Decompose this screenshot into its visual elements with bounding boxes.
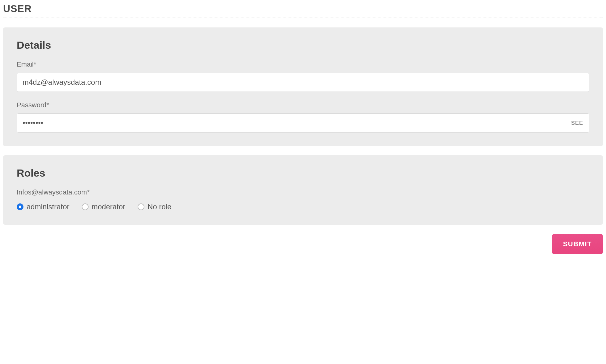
details-heading: Details [17, 39, 589, 51]
roles-heading: Roles [17, 167, 589, 179]
role-option-label: administrator [27, 202, 69, 211]
email-group: Email* [17, 60, 589, 92]
email-label: Email* [17, 60, 589, 68]
see-password-button[interactable]: SEE [571, 120, 583, 126]
roles-panel: Roles Infos@alwaysdata.com* administrato… [3, 155, 603, 225]
password-field[interactable] [17, 113, 589, 133]
actions-bar: SUBMIT [3, 234, 603, 254]
page-title: USER [3, 0, 603, 18]
radio-icon [138, 203, 144, 210]
roles-subheading: Infos@alwaysdata.com* [17, 188, 589, 196]
password-wrapper: SEE [17, 113, 589, 133]
details-panel: Details Email* Password* SEE [3, 27, 603, 146]
roles-radio-row: administrator moderator No role [17, 202, 589, 211]
role-option-administrator[interactable]: administrator [17, 202, 69, 211]
email-field[interactable] [17, 73, 589, 92]
role-option-no-role[interactable]: No role [138, 202, 171, 211]
password-group: Password* SEE [17, 101, 589, 133]
radio-icon [82, 203, 89, 210]
role-option-label: No role [147, 202, 171, 211]
submit-button[interactable]: SUBMIT [552, 234, 603, 254]
radio-icon [17, 203, 23, 210]
role-option-label: moderator [92, 202, 125, 211]
role-option-moderator[interactable]: moderator [82, 202, 125, 211]
password-label: Password* [17, 101, 589, 109]
